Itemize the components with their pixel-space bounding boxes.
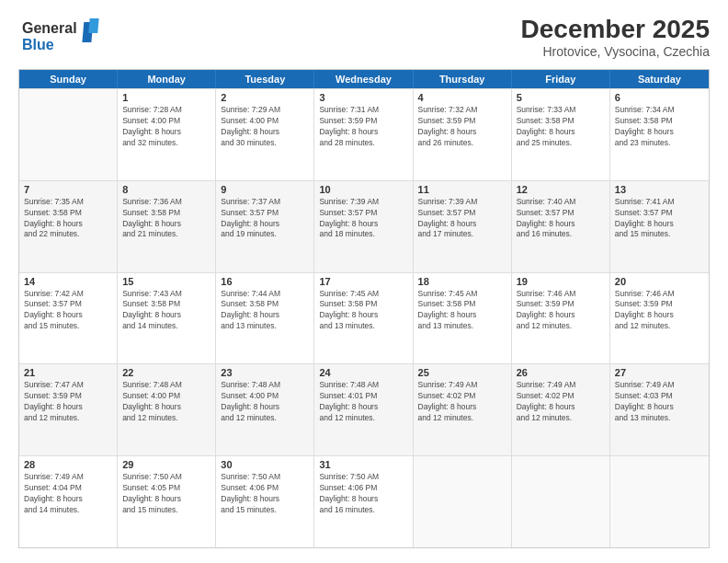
calendar-cell: 28Sunrise: 7:49 AMSunset: 4:04 PMDayligh… xyxy=(19,456,118,547)
day-number: 26 xyxy=(517,367,605,378)
day-number: 12 xyxy=(517,184,605,195)
day-info: Sunrise: 7:48 AMSunset: 4:00 PMDaylight:… xyxy=(122,380,210,424)
day-number: 28 xyxy=(24,459,112,470)
day-info: Sunrise: 7:45 AMSunset: 3:58 PMDaylight:… xyxy=(319,289,407,333)
day-number: 27 xyxy=(615,367,704,378)
logo-svg: General Blue xyxy=(18,15,101,56)
calendar-cell: 5Sunrise: 7:33 AMSunset: 3:58 PMDaylight… xyxy=(512,89,610,180)
day-number: 4 xyxy=(418,92,506,103)
day-number: 13 xyxy=(615,184,704,195)
day-info: Sunrise: 7:39 AMSunset: 3:57 PMDaylight:… xyxy=(418,197,506,241)
day-number: 25 xyxy=(418,367,506,378)
calendar-cell: 30Sunrise: 7:50 AMSunset: 4:06 PMDayligh… xyxy=(216,456,314,547)
day-info: Sunrise: 7:39 AMSunset: 3:57 PMDaylight:… xyxy=(319,197,407,241)
calendar-cell: 24Sunrise: 7:48 AMSunset: 4:01 PMDayligh… xyxy=(314,364,413,455)
day-info: Sunrise: 7:50 AMSunset: 4:06 PMDaylight:… xyxy=(221,472,309,516)
day-info: Sunrise: 7:49 AMSunset: 4:04 PMDaylight:… xyxy=(24,472,112,516)
calendar-row-4: 28Sunrise: 7:49 AMSunset: 4:04 PMDayligh… xyxy=(19,455,709,547)
day-number: 16 xyxy=(221,276,309,287)
day-number: 10 xyxy=(319,184,407,195)
day-info: Sunrise: 7:46 AMSunset: 3:59 PMDaylight:… xyxy=(615,289,704,333)
calendar-cell: 11Sunrise: 7:39 AMSunset: 3:57 PMDayligh… xyxy=(414,181,512,272)
day-info: Sunrise: 7:28 AMSunset: 4:00 PMDaylight:… xyxy=(122,105,210,149)
day-number: 3 xyxy=(319,92,407,103)
title-block: December 2025 Hrotovice, Vysocina, Czech… xyxy=(521,15,710,59)
day-info: Sunrise: 7:40 AMSunset: 3:57 PMDaylight:… xyxy=(517,197,605,241)
calendar-cell: 7Sunrise: 7:35 AMSunset: 3:58 PMDaylight… xyxy=(19,181,118,272)
calendar-cell: 23Sunrise: 7:48 AMSunset: 4:00 PMDayligh… xyxy=(216,364,314,455)
calendar-cell xyxy=(512,456,610,547)
day-info: Sunrise: 7:47 AMSunset: 3:59 PMDaylight:… xyxy=(24,380,112,424)
day-number: 24 xyxy=(319,367,407,378)
calendar-cell: 19Sunrise: 7:46 AMSunset: 3:59 PMDayligh… xyxy=(512,273,610,364)
day-number: 17 xyxy=(319,276,407,287)
day-info: Sunrise: 7:43 AMSunset: 3:58 PMDaylight:… xyxy=(122,289,210,333)
calendar-cell xyxy=(19,89,118,180)
day-number: 19 xyxy=(517,276,605,287)
day-number: 6 xyxy=(615,92,704,103)
day-number: 22 xyxy=(122,367,210,378)
header-day-thursday: Thursday xyxy=(414,70,512,88)
svg-marker-3 xyxy=(88,18,98,33)
day-number: 9 xyxy=(221,184,309,195)
day-number: 20 xyxy=(615,276,704,287)
calendar-cell: 14Sunrise: 7:42 AMSunset: 3:57 PMDayligh… xyxy=(19,273,118,364)
day-info: Sunrise: 7:50 AMSunset: 4:05 PMDaylight:… xyxy=(122,472,210,516)
day-number: 30 xyxy=(221,459,309,470)
calendar-body: 1Sunrise: 7:28 AMSunset: 4:00 PMDaylight… xyxy=(19,88,709,547)
header: General Blue December 2025 Hrotovice, Vy… xyxy=(18,15,710,60)
calendar-cell: 27Sunrise: 7:49 AMSunset: 4:03 PMDayligh… xyxy=(610,364,709,455)
day-info: Sunrise: 7:49 AMSunset: 4:02 PMDaylight:… xyxy=(517,380,605,424)
day-info: Sunrise: 7:48 AMSunset: 4:00 PMDaylight:… xyxy=(221,380,309,424)
calendar-subtitle: Hrotovice, Vysocina, Czechia xyxy=(521,44,710,59)
day-info: Sunrise: 7:49 AMSunset: 4:03 PMDaylight:… xyxy=(615,380,704,424)
calendar-cell: 25Sunrise: 7:49 AMSunset: 4:02 PMDayligh… xyxy=(414,364,512,455)
day-number: 8 xyxy=(122,184,210,195)
day-number: 7 xyxy=(24,184,112,195)
calendar-cell: 8Sunrise: 7:36 AMSunset: 3:58 PMDaylight… xyxy=(118,181,216,272)
calendar-cell: 9Sunrise: 7:37 AMSunset: 3:57 PMDaylight… xyxy=(216,181,314,272)
day-info: Sunrise: 7:33 AMSunset: 3:58 PMDaylight:… xyxy=(517,105,605,149)
day-info: Sunrise: 7:37 AMSunset: 3:57 PMDaylight:… xyxy=(221,197,309,241)
day-number: 1 xyxy=(122,92,210,103)
calendar-cell: 1Sunrise: 7:28 AMSunset: 4:00 PMDaylight… xyxy=(118,89,216,180)
header-day-saturday: Saturday xyxy=(610,70,709,88)
calendar-cell: 26Sunrise: 7:49 AMSunset: 4:02 PMDayligh… xyxy=(512,364,610,455)
day-number: 18 xyxy=(418,276,506,287)
day-info: Sunrise: 7:45 AMSunset: 3:58 PMDaylight:… xyxy=(418,289,506,333)
svg-text:Blue: Blue xyxy=(22,37,54,52)
day-info: Sunrise: 7:36 AMSunset: 3:58 PMDaylight:… xyxy=(122,197,210,241)
day-info: Sunrise: 7:42 AMSunset: 3:57 PMDaylight:… xyxy=(24,289,112,333)
day-info: Sunrise: 7:44 AMSunset: 3:58 PMDaylight:… xyxy=(221,289,309,333)
header-day-tuesday: Tuesday xyxy=(216,70,314,88)
calendar-cell: 18Sunrise: 7:45 AMSunset: 3:58 PMDayligh… xyxy=(414,273,512,364)
header-day-wednesday: Wednesday xyxy=(314,70,413,88)
day-number: 5 xyxy=(517,92,605,103)
day-info: Sunrise: 7:49 AMSunset: 4:02 PMDaylight:… xyxy=(418,380,506,424)
calendar-row-3: 21Sunrise: 7:47 AMSunset: 3:59 PMDayligh… xyxy=(19,363,709,455)
header-day-friday: Friday xyxy=(512,70,610,88)
calendar-cell: 31Sunrise: 7:50 AMSunset: 4:06 PMDayligh… xyxy=(314,456,413,547)
day-number: 15 xyxy=(122,276,210,287)
calendar-cell: 29Sunrise: 7:50 AMSunset: 4:05 PMDayligh… xyxy=(118,456,216,547)
calendar-header: SundayMondayTuesdayWednesdayThursdayFrid… xyxy=(19,70,709,88)
svg-text:General: General xyxy=(22,20,77,36)
calendar-cell: 13Sunrise: 7:41 AMSunset: 3:57 PMDayligh… xyxy=(610,181,709,272)
calendar-cell: 16Sunrise: 7:44 AMSunset: 3:58 PMDayligh… xyxy=(216,273,314,364)
day-number: 29 xyxy=(122,459,210,470)
calendar-cell: 4Sunrise: 7:32 AMSunset: 3:59 PMDaylight… xyxy=(414,89,512,180)
calendar-cell: 10Sunrise: 7:39 AMSunset: 3:57 PMDayligh… xyxy=(314,181,413,272)
calendar-row-0: 1Sunrise: 7:28 AMSunset: 4:00 PMDaylight… xyxy=(19,88,709,180)
day-info: Sunrise: 7:50 AMSunset: 4:06 PMDaylight:… xyxy=(319,472,407,516)
day-info: Sunrise: 7:46 AMSunset: 3:59 PMDaylight:… xyxy=(517,289,605,333)
calendar: SundayMondayTuesdayWednesdayThursdayFrid… xyxy=(18,69,710,548)
calendar-title: December 2025 xyxy=(521,15,710,44)
calendar-cell: 17Sunrise: 7:45 AMSunset: 3:58 PMDayligh… xyxy=(314,273,413,364)
header-day-sunday: Sunday xyxy=(19,70,118,88)
day-number: 21 xyxy=(24,367,112,378)
day-info: Sunrise: 7:35 AMSunset: 3:58 PMDaylight:… xyxy=(24,197,112,241)
calendar-cell: 6Sunrise: 7:34 AMSunset: 3:58 PMDaylight… xyxy=(610,89,709,180)
page: General Blue December 2025 Hrotovice, Vy… xyxy=(0,0,728,563)
day-number: 14 xyxy=(24,276,112,287)
day-number: 31 xyxy=(319,459,407,470)
